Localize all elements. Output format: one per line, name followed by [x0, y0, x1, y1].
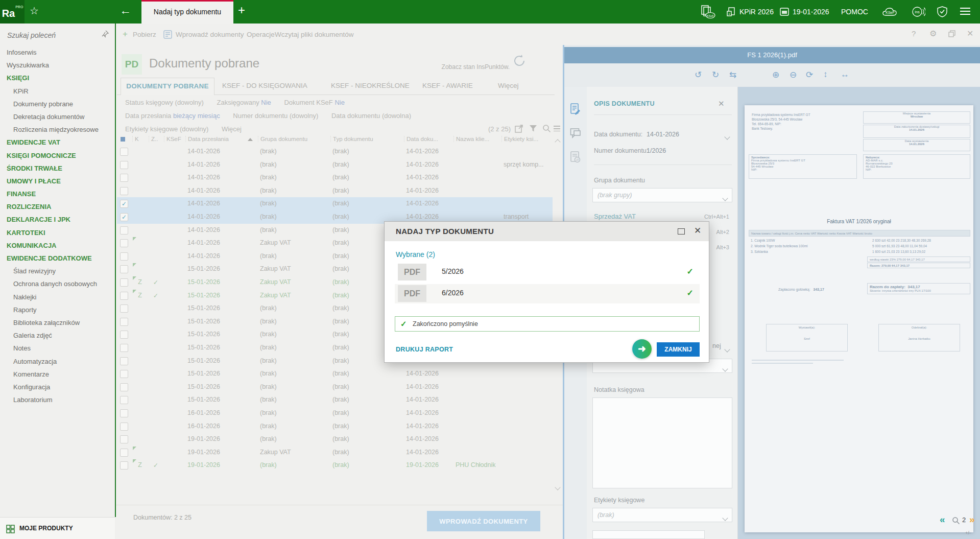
moje-produkty-button[interactable]: MOJE PRODUKTY: [19, 525, 73, 532]
settings-gear-icon[interactable]: ⚙: [929, 29, 937, 38]
table-row[interactable]: 15-01-2026(brak)(brak)14-01-2026: [117, 393, 553, 407]
table-row[interactable]: 16-01-2026(brak)(brak)14-01-2026: [117, 420, 553, 433]
dialog-header[interactable]: NADAJ TYP DOKUMENTU ✕: [385, 222, 709, 241]
shield-check-icon[interactable]: [936, 6, 948, 18]
table-row[interactable]: ✓14-01-2026(brak)(brak)14-01-2026: [117, 197, 553, 210]
row-checkbox[interactable]: ✓: [120, 213, 128, 221]
row-checkbox[interactable]: [120, 461, 128, 470]
filter-zaksiegowany[interactable]: Zaksięgowany Nie: [217, 99, 271, 106]
hamburger-menu-icon[interactable]: [960, 8, 970, 15]
data-dokumentu-value[interactable]: 14-01-2026: [647, 131, 679, 138]
notatka-textarea[interactable]: [592, 397, 732, 488]
row-checkbox[interactable]: [120, 318, 128, 326]
sidebar-item-ewidencje-dodatkowe[interactable]: EWIDENCJE DODATKOWE: [0, 252, 115, 265]
sidebar-item-komunikacja[interactable]: KOMUNIKACJA: [0, 239, 115, 252]
close-dialog-icon[interactable]: ✕: [694, 225, 701, 236]
row-checkbox[interactable]: [120, 304, 128, 313]
new-tab-plus-icon[interactable]: +: [238, 3, 245, 17]
row-checkbox[interactable]: [120, 265, 128, 273]
sidebar-item-dekretacja-dokumentów[interactable]: Dekretacja dokumentów: [0, 110, 115, 123]
comments-icon[interactable]: [570, 128, 581, 139]
filter-status-ksiegowy[interactable]: Status księgowy (dowolny): [125, 99, 204, 106]
row-checkbox[interactable]: [120, 435, 128, 443]
undo-icon[interactable]: ↺: [695, 69, 702, 80]
sidebar-item-ewidencje-vat[interactable]: EWIDENCJE VAT: [0, 136, 115, 149]
row-checkbox[interactable]: [120, 239, 128, 247]
field-chevron-icon[interactable]: [725, 344, 729, 354]
row-checkbox[interactable]: [120, 331, 128, 339]
help-icon[interactable]: ?: [912, 29, 916, 38]
ins-status-icon[interactable]: Ins: [911, 6, 925, 18]
table-row[interactable]: 19-01-2026Zakup VAT(brak)14-01-2026: [117, 446, 553, 459]
row-checkbox[interactable]: [120, 174, 128, 182]
sidebar-item-księgi[interactable]: KSIĘGI: [0, 72, 115, 84]
column-header-ksef[interactable]: KSeF: [164, 136, 185, 142]
filter-data-przeslania[interactable]: Data przesłania bieżący miesiąc: [125, 112, 220, 120]
zoom-plus-minus[interactable]: +/-: [965, 530, 971, 535]
table-row[interactable]: 14-01-2026(brak)(brak)14-01-2026sprzęt k…: [117, 158, 553, 172]
sidebar-item-kartoteki[interactable]: KARTOTEKI: [0, 226, 115, 239]
sidebar-item-środki-trwałe[interactable]: ŚRODKI TRWAŁE: [0, 162, 115, 175]
document-description-icon[interactable]: [570, 103, 581, 115]
grupa-dokumentu-select[interactable]: (brak grupy): [592, 188, 732, 202]
ksef-documents-icon[interactable]: KSeF: [699, 5, 716, 19]
scroll-down-icon[interactable]: [556, 482, 560, 491]
filter-etykiety-ksiegowe[interactable]: Etykiety księgowe (dowolny): [125, 125, 208, 133]
toolbar-item-operacje[interactable]: Operacje: [247, 31, 275, 38]
zoom-out-icon[interactable]: ⊖: [790, 69, 797, 80]
refresh-preview-icon[interactable]: ⟳: [806, 69, 813, 80]
compare-view-icon[interactable]: ⇆: [729, 69, 736, 80]
table-row[interactable]: 14-01-2026(brak)(brak)14-01-2026: [117, 171, 553, 184]
toolbar-item-pobierz[interactable]: Pobierz: [133, 31, 156, 38]
next-page-icon[interactable]: »: [969, 514, 975, 525]
filter-dokument-ksef[interactable]: Dokument KSeF Nie: [284, 99, 345, 106]
close-window-icon[interactable]: ✕: [967, 29, 973, 38]
table-row[interactable]: 16-01-2026(brak)(brak)14-01-2026: [117, 407, 553, 420]
dialog-document-row[interactable]: PDF 6/2026 ✓: [395, 284, 700, 303]
tab-ksef-nieokreslone[interactable]: KSEF - NIEOKREŚLONE: [331, 82, 410, 89]
sidebar-item-księgi-pomocnicze[interactable]: KSIĘGI POMOCNICZE: [0, 149, 115, 162]
refresh-inspunkty-icon[interactable]: [512, 53, 527, 68]
go-arrow-button[interactable]: ➜: [632, 339, 652, 359]
row-checkbox[interactable]: [120, 423, 128, 431]
help-menu[interactable]: POMOC: [841, 0, 868, 24]
sidebar-item-finanse[interactable]: FINANSE: [0, 188, 115, 200]
dialog-document-row[interactable]: PDF 5/2026 ✓: [395, 263, 700, 282]
sidebar-item-naklejki[interactable]: Naklejki: [0, 291, 115, 303]
sprzedaz-vat-option[interactable]: Sprzedaż VAT: [594, 213, 636, 220]
table-row[interactable]: 15-01-2026(brak)(brak)14-01-2026: [117, 367, 553, 381]
column-header-etykiety-ksi[interactable]: Etykiety ksi...: [501, 136, 552, 142]
column-header-k[interactable]: K: [132, 136, 148, 142]
filter-funnel-icon[interactable]: [529, 125, 537, 132]
pin-icon[interactable]: [101, 30, 109, 38]
row-checkbox[interactable]: [120, 187, 128, 195]
scroll-up-icon[interactable]: [556, 137, 560, 146]
zamknij-button[interactable]: ZAMKNIJ: [657, 342, 700, 357]
column-header-data-przesłania[interactable]: Data przesłania: [185, 136, 257, 142]
sidebar-item-notes[interactable]: Notes: [0, 342, 115, 355]
sidebar-item-infoserwis[interactable]: Infoserwis: [0, 46, 115, 59]
partial-bottom-field[interactable]: [592, 530, 705, 539]
row-checkbox[interactable]: [120, 409, 128, 417]
table-row[interactable]: 15-01-2026(brak)(brak)14-01-2026: [117, 381, 553, 394]
document-payments-icon[interactable]: zł: [570, 151, 581, 163]
etykiety-select[interactable]: (brak): [592, 508, 732, 522]
search-input[interactable]: [6, 29, 98, 42]
favorites-star-icon[interactable]: ☆: [30, 5, 39, 17]
tab-wiecej[interactable]: Więcej: [498, 82, 519, 89]
ksef-cloud-icon[interactable]: KSeF: [879, 5, 901, 19]
select-all-indicator[interactable]: [121, 137, 125, 142]
drukuj-raport-link[interactable]: DRUKUJ RAPORT: [396, 346, 453, 353]
row-checkbox[interactable]: [120, 278, 128, 287]
sidebar-item-umowy-i-płace[interactable]: UMOWY I PŁACE: [0, 175, 115, 188]
export-icon[interactable]: [515, 124, 523, 133]
current-date[interactable]: 19-01-2026: [793, 0, 829, 24]
sidebar-item-rozliczenia-międzyokresowe[interactable]: Rozliczenia międzyokresowe: [0, 123, 115, 136]
sidebar-item-galeria-zdjęć[interactable]: Galeria zdjęć: [0, 329, 115, 342]
table-row[interactable]: 14-01-2026(brak)(brak)14-01-2026: [117, 184, 553, 198]
sidebar-item-laboratorium[interactable]: Laboratorium: [0, 393, 115, 406]
opis-close-icon[interactable]: ✕: [718, 99, 725, 108]
row-checkbox[interactable]: [120, 148, 128, 156]
tab-dokumenty-pobrane[interactable]: DOKUMENTY POBRANE: [121, 78, 214, 95]
search-icon[interactable]: [542, 124, 551, 133]
